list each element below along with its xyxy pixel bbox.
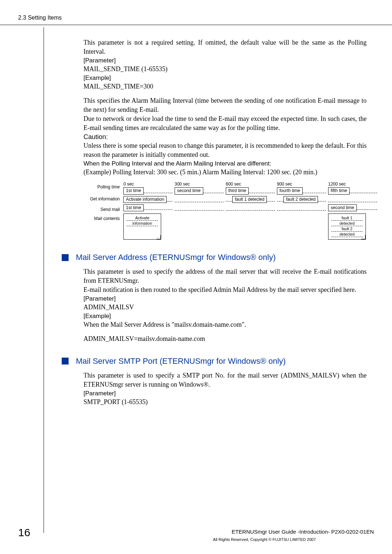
heading-text: Mail Server SMTP Port (ETERNUSmgr for Wi…: [76, 357, 286, 366]
parameter-label: [Parameter]: [83, 56, 367, 65]
heading-bullet-icon: [62, 358, 69, 364]
diagram-cell: fault 2 detecled: [283, 196, 318, 203]
diagram-cell: fault 1 detecled: [232, 196, 267, 203]
subsection-heading: When the Polling Interval and the Alarm …: [83, 159, 367, 168]
heading-text: Mail Server Address (ETERNUSmgr for Wind…: [76, 253, 275, 262]
parameter-value: MAIL_SEND_TIME (1-65535): [83, 65, 367, 74]
diagram-row-label: Mail contents: [83, 213, 123, 221]
section-number: 2.3 Setting Items: [18, 15, 374, 21]
diagram-cell: 1st time: [123, 187, 144, 194]
footer-copyright: All Rights Reserved, Copyright © FUJITSU…: [213, 537, 316, 542]
diagram-row-label: Send mail: [83, 204, 123, 212]
diagram-time-header: 1200 sec: [328, 182, 377, 187]
diagram-time-header: 600 sec: [226, 182, 275, 187]
diagram-time-header: 300 sec: [175, 182, 224, 187]
example-label: [Example]: [83, 74, 367, 82]
body-paragraph: This parameter is used to specify a SMTP…: [83, 371, 367, 389]
diagram-cell: fourth time: [277, 187, 303, 194]
example-value: ADMIN_MAILSV=mailsv.domain-name.com: [83, 334, 367, 343]
caution-body: Unless there is some special reason to c…: [83, 141, 367, 159]
diagram-cell: second time: [328, 204, 357, 211]
body-paragraph: (Example) Polling Interval: 300 sec. (5 …: [83, 168, 367, 177]
diagram-cell: Activate information: [123, 196, 167, 203]
diagram-note-line: detecled: [331, 221, 363, 226]
timing-diagram: Polling time 0 sec 1st time 300 sec seco…: [83, 182, 367, 240]
parameter-value: SMTP_PORT (1-65535): [83, 398, 367, 407]
example-value: MAIL_SEND_TIME=300: [83, 82, 367, 91]
diagram-time-header: 0 sec: [123, 182, 172, 187]
diagram-note-line: Activate: [127, 215, 158, 221]
footer-doc-id: ETERNUSmgr User Guide -Introduction- P2X…: [232, 529, 374, 535]
diagram-note-line: fault 2: [331, 226, 363, 232]
parameter-label: [Parameter]: [83, 294, 367, 303]
diagram-cell: third time: [226, 187, 249, 194]
example-label: [Example]: [83, 312, 367, 320]
body-paragraph: This parameter is used to specify the ad…: [83, 267, 367, 285]
diagram-cell: second time: [175, 187, 203, 194]
diagram-note-line: detecled: [331, 232, 363, 237]
example-text: When the Mail Server Address is "mailsv.…: [83, 320, 367, 329]
page-number: 16: [18, 526, 30, 538]
heading-bullet-icon: [62, 254, 69, 261]
body-paragraph: Due to network or device load the time t…: [83, 114, 367, 133]
diagram-cell: 1st time: [123, 204, 144, 211]
diagram-row-label: Polling time: [83, 182, 123, 190]
heading-mail-server-address: Mail Server Address (ETERNUSmgr for Wind…: [62, 253, 374, 262]
diagram-cell: fifth time: [328, 187, 350, 194]
parameter-label: [Parameter]: [83, 389, 367, 398]
parameter-value: ADMIN_MAILSV: [83, 303, 367, 312]
header-rule: [0, 25, 392, 25]
page-footer: 16 ETERNUSmgr User Guide -Introduction- …: [18, 526, 374, 539]
diagram-time-header: 900 sec: [277, 182, 326, 187]
body-paragraph: E-mail notification is then routed to th…: [83, 285, 367, 294]
body-paragraph: This parameter is not a required setting…: [83, 38, 367, 56]
diagram-note: fault 1 detecled fault 2 detecled: [328, 213, 366, 240]
diagram-note: Activate information: [123, 213, 161, 240]
diagram-note-line: information: [127, 221, 158, 226]
diagram-note-line: fault 1: [331, 215, 363, 221]
body-paragraph: This specifies the Alarm Mailing Interva…: [83, 96, 367, 114]
diagram-row-label: Get information: [83, 196, 123, 201]
heading-mail-server-smtp-port: Mail Server SMTP Port (ETERNUSmgr for Wi…: [62, 357, 374, 366]
caution-heading: Caution:: [83, 133, 367, 142]
vertical-margin-rule: [44, 27, 44, 533]
